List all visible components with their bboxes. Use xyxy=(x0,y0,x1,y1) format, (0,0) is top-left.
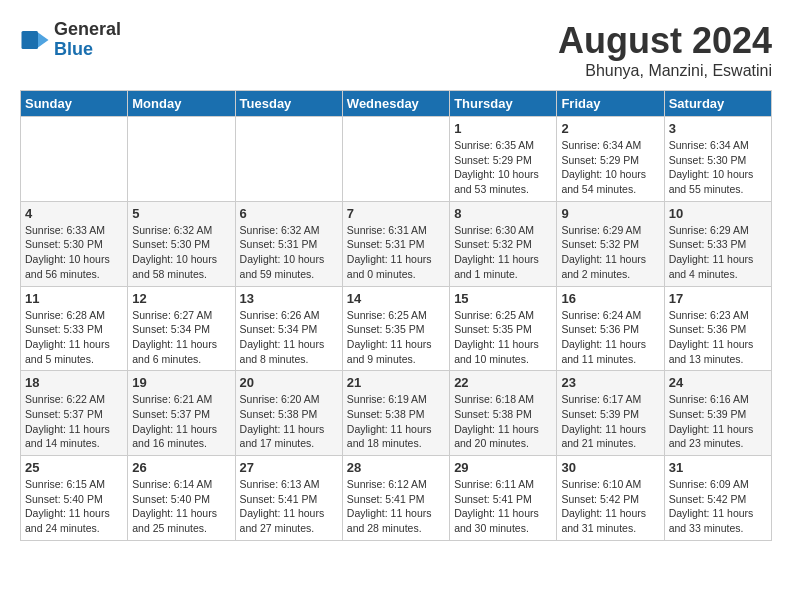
calendar-cell: 31Sunrise: 6:09 AM Sunset: 5:42 PM Dayli… xyxy=(664,456,771,541)
day-info: Sunrise: 6:33 AM Sunset: 5:30 PM Dayligh… xyxy=(25,223,123,282)
calendar-week: 25Sunrise: 6:15 AM Sunset: 5:40 PM Dayli… xyxy=(21,456,772,541)
day-info: Sunrise: 6:25 AM Sunset: 5:35 PM Dayligh… xyxy=(454,308,552,367)
day-number: 4 xyxy=(25,206,123,221)
calendar-cell: 28Sunrise: 6:12 AM Sunset: 5:41 PM Dayli… xyxy=(342,456,449,541)
day-info: Sunrise: 6:30 AM Sunset: 5:32 PM Dayligh… xyxy=(454,223,552,282)
calendar-cell: 3Sunrise: 6:34 AM Sunset: 5:30 PM Daylig… xyxy=(664,117,771,202)
day-number: 12 xyxy=(132,291,230,306)
day-info: Sunrise: 6:20 AM Sunset: 5:38 PM Dayligh… xyxy=(240,392,338,451)
day-info: Sunrise: 6:32 AM Sunset: 5:31 PM Dayligh… xyxy=(240,223,338,282)
calendar-cell: 14Sunrise: 6:25 AM Sunset: 5:35 PM Dayli… xyxy=(342,286,449,371)
calendar-cell: 4Sunrise: 6:33 AM Sunset: 5:30 PM Daylig… xyxy=(21,201,128,286)
day-number: 29 xyxy=(454,460,552,475)
day-info: Sunrise: 6:27 AM Sunset: 5:34 PM Dayligh… xyxy=(132,308,230,367)
day-info: Sunrise: 6:23 AM Sunset: 5:36 PM Dayligh… xyxy=(669,308,767,367)
calendar-cell: 29Sunrise: 6:11 AM Sunset: 5:41 PM Dayli… xyxy=(450,456,557,541)
calendar-week: 4Sunrise: 6:33 AM Sunset: 5:30 PM Daylig… xyxy=(21,201,772,286)
calendar-cell: 5Sunrise: 6:32 AM Sunset: 5:30 PM Daylig… xyxy=(128,201,235,286)
weekday-header: Monday xyxy=(128,91,235,117)
calendar-week: 18Sunrise: 6:22 AM Sunset: 5:37 PM Dayli… xyxy=(21,371,772,456)
calendar-cell: 19Sunrise: 6:21 AM Sunset: 5:37 PM Dayli… xyxy=(128,371,235,456)
calendar-cell xyxy=(342,117,449,202)
calendar-cell: 20Sunrise: 6:20 AM Sunset: 5:38 PM Dayli… xyxy=(235,371,342,456)
day-info: Sunrise: 6:29 AM Sunset: 5:32 PM Dayligh… xyxy=(561,223,659,282)
day-number: 27 xyxy=(240,460,338,475)
month-title: August 2024 xyxy=(558,20,772,62)
calendar-cell: 18Sunrise: 6:22 AM Sunset: 5:37 PM Dayli… xyxy=(21,371,128,456)
logo-blue-text: Blue xyxy=(54,40,121,60)
page-header: General Blue August 2024 Bhunya, Manzini… xyxy=(20,20,772,80)
day-info: Sunrise: 6:35 AM Sunset: 5:29 PM Dayligh… xyxy=(454,138,552,197)
day-number: 11 xyxy=(25,291,123,306)
day-number: 9 xyxy=(561,206,659,221)
calendar-cell: 12Sunrise: 6:27 AM Sunset: 5:34 PM Dayli… xyxy=(128,286,235,371)
svg-rect-0 xyxy=(22,31,39,49)
day-info: Sunrise: 6:21 AM Sunset: 5:37 PM Dayligh… xyxy=(132,392,230,451)
calendar-cell: 11Sunrise: 6:28 AM Sunset: 5:33 PM Dayli… xyxy=(21,286,128,371)
day-info: Sunrise: 6:24 AM Sunset: 5:36 PM Dayligh… xyxy=(561,308,659,367)
day-number: 20 xyxy=(240,375,338,390)
day-info: Sunrise: 6:34 AM Sunset: 5:29 PM Dayligh… xyxy=(561,138,659,197)
day-number: 1 xyxy=(454,121,552,136)
day-number: 24 xyxy=(669,375,767,390)
weekday-header: Friday xyxy=(557,91,664,117)
calendar-cell: 17Sunrise: 6:23 AM Sunset: 5:36 PM Dayli… xyxy=(664,286,771,371)
calendar-cell: 26Sunrise: 6:14 AM Sunset: 5:40 PM Dayli… xyxy=(128,456,235,541)
calendar-cell: 1Sunrise: 6:35 AM Sunset: 5:29 PM Daylig… xyxy=(450,117,557,202)
calendar-cell: 13Sunrise: 6:26 AM Sunset: 5:34 PM Dayli… xyxy=(235,286,342,371)
calendar-table: SundayMondayTuesdayWednesdayThursdayFrid… xyxy=(20,90,772,541)
day-number: 3 xyxy=(669,121,767,136)
weekday-header: Wednesday xyxy=(342,91,449,117)
logo: General Blue xyxy=(20,20,121,60)
calendar-week: 1Sunrise: 6:35 AM Sunset: 5:29 PM Daylig… xyxy=(21,117,772,202)
svg-marker-1 xyxy=(38,32,49,47)
calendar-week: 11Sunrise: 6:28 AM Sunset: 5:33 PM Dayli… xyxy=(21,286,772,371)
weekday-header: Sunday xyxy=(21,91,128,117)
weekday-header: Thursday xyxy=(450,91,557,117)
day-number: 30 xyxy=(561,460,659,475)
day-number: 17 xyxy=(669,291,767,306)
day-number: 26 xyxy=(132,460,230,475)
calendar-cell: 2Sunrise: 6:34 AM Sunset: 5:29 PM Daylig… xyxy=(557,117,664,202)
day-number: 23 xyxy=(561,375,659,390)
day-number: 15 xyxy=(454,291,552,306)
calendar-cell: 22Sunrise: 6:18 AM Sunset: 5:38 PM Dayli… xyxy=(450,371,557,456)
calendar-cell: 16Sunrise: 6:24 AM Sunset: 5:36 PM Dayli… xyxy=(557,286,664,371)
day-info: Sunrise: 6:34 AM Sunset: 5:30 PM Dayligh… xyxy=(669,138,767,197)
calendar-cell: 15Sunrise: 6:25 AM Sunset: 5:35 PM Dayli… xyxy=(450,286,557,371)
calendar-cell: 25Sunrise: 6:15 AM Sunset: 5:40 PM Dayli… xyxy=(21,456,128,541)
day-number: 18 xyxy=(25,375,123,390)
day-info: Sunrise: 6:14 AM Sunset: 5:40 PM Dayligh… xyxy=(132,477,230,536)
calendar-cell: 8Sunrise: 6:30 AM Sunset: 5:32 PM Daylig… xyxy=(450,201,557,286)
day-number: 31 xyxy=(669,460,767,475)
calendar-cell: 7Sunrise: 6:31 AM Sunset: 5:31 PM Daylig… xyxy=(342,201,449,286)
day-info: Sunrise: 6:32 AM Sunset: 5:30 PM Dayligh… xyxy=(132,223,230,282)
day-info: Sunrise: 6:31 AM Sunset: 5:31 PM Dayligh… xyxy=(347,223,445,282)
day-info: Sunrise: 6:16 AM Sunset: 5:39 PM Dayligh… xyxy=(669,392,767,451)
day-number: 25 xyxy=(25,460,123,475)
day-info: Sunrise: 6:28 AM Sunset: 5:33 PM Dayligh… xyxy=(25,308,123,367)
day-info: Sunrise: 6:11 AM Sunset: 5:41 PM Dayligh… xyxy=(454,477,552,536)
day-info: Sunrise: 6:19 AM Sunset: 5:38 PM Dayligh… xyxy=(347,392,445,451)
logo-text: General Blue xyxy=(54,20,121,60)
day-number: 5 xyxy=(132,206,230,221)
calendar-cell xyxy=(235,117,342,202)
calendar-cell: 21Sunrise: 6:19 AM Sunset: 5:38 PM Dayli… xyxy=(342,371,449,456)
day-number: 2 xyxy=(561,121,659,136)
day-number: 22 xyxy=(454,375,552,390)
day-info: Sunrise: 6:17 AM Sunset: 5:39 PM Dayligh… xyxy=(561,392,659,451)
logo-icon xyxy=(20,25,50,55)
day-info: Sunrise: 6:12 AM Sunset: 5:41 PM Dayligh… xyxy=(347,477,445,536)
calendar-cell: 6Sunrise: 6:32 AM Sunset: 5:31 PM Daylig… xyxy=(235,201,342,286)
day-number: 21 xyxy=(347,375,445,390)
day-number: 10 xyxy=(669,206,767,221)
day-info: Sunrise: 6:09 AM Sunset: 5:42 PM Dayligh… xyxy=(669,477,767,536)
day-info: Sunrise: 6:10 AM Sunset: 5:42 PM Dayligh… xyxy=(561,477,659,536)
day-info: Sunrise: 6:25 AM Sunset: 5:35 PM Dayligh… xyxy=(347,308,445,367)
day-number: 28 xyxy=(347,460,445,475)
day-info: Sunrise: 6:29 AM Sunset: 5:33 PM Dayligh… xyxy=(669,223,767,282)
day-info: Sunrise: 6:15 AM Sunset: 5:40 PM Dayligh… xyxy=(25,477,123,536)
day-info: Sunrise: 6:26 AM Sunset: 5:34 PM Dayligh… xyxy=(240,308,338,367)
header-row: SundayMondayTuesdayWednesdayThursdayFrid… xyxy=(21,91,772,117)
calendar-cell xyxy=(128,117,235,202)
